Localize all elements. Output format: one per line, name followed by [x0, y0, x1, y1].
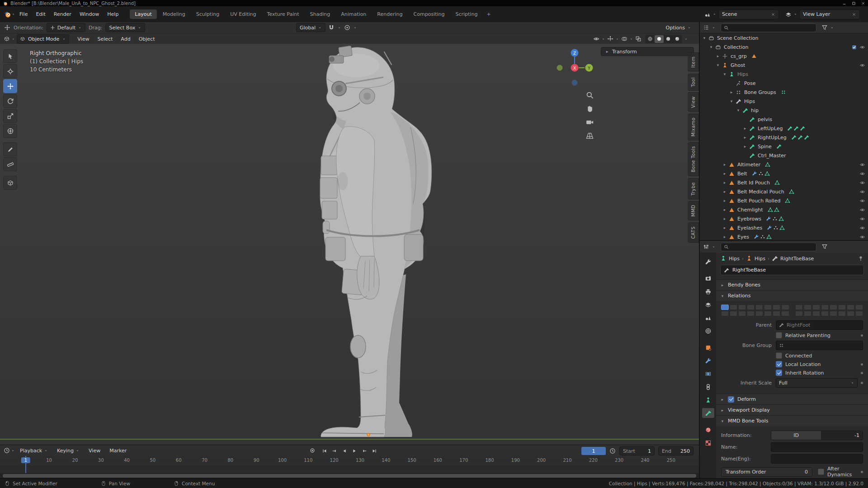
parent-field[interactable]: RightFoot	[776, 320, 863, 330]
tool-annotate[interactable]	[3, 142, 17, 156]
playback-menu[interactable]: Playback	[16, 448, 52, 454]
properties-tab-scene[interactable]	[702, 313, 714, 323]
expand-toggle[interactable]: ▸	[742, 135, 748, 140]
shading-rendered-button[interactable]	[673, 35, 682, 43]
properties-tab-object-data[interactable]	[702, 395, 714, 405]
row-visibility-controls[interactable]	[859, 234, 865, 240]
bone-layer-cell[interactable]	[747, 305, 755, 310]
workspace-tab[interactable]: UV Editing	[225, 9, 261, 19]
zoom-icon[interactable]	[585, 91, 594, 99]
view-menu[interactable]: View	[85, 448, 104, 454]
shading-material-button[interactable]	[664, 35, 673, 43]
breadcrumb-bone[interactable]: RightToeBase	[780, 256, 814, 262]
expand-toggle[interactable]: ▸	[715, 54, 721, 58]
gizmos-toggle-icon[interactable]	[607, 36, 613, 42]
outliner-row[interactable]: ▸ Belt Medical Pouch	[700, 187, 868, 196]
view-layer-selector[interactable]: View Layer	[799, 9, 860, 19]
expand-toggle[interactable]: ▸	[722, 225, 727, 230]
after-dynamics-checkbox[interactable]: After Dynamics	[818, 466, 863, 478]
section-relations[interactable]: ▾Relations	[716, 291, 868, 301]
properties-filter-icon[interactable]	[821, 244, 828, 250]
tool-measure[interactable]	[3, 157, 17, 171]
bone-layer-cell[interactable]	[804, 305, 811, 310]
bone-layer-cell[interactable]	[847, 305, 854, 310]
transform-panel-header[interactable]: ▸ Transform	[601, 47, 694, 56]
menu-item[interactable]: Window	[75, 11, 103, 17]
next-keyframe-button[interactable]	[360, 446, 369, 455]
expand-toggle[interactable]: ▾	[708, 45, 714, 49]
bone-layer-cell[interactable]	[773, 305, 780, 310]
start-frame-field[interactable]: Start1	[619, 446, 655, 455]
workspace-tab[interactable]: Layout	[130, 9, 156, 19]
pin-icon[interactable]	[858, 255, 864, 262]
viewport-menu-item[interactable]: Add	[117, 36, 134, 42]
outliner-row[interactable]: ▾ hip	[700, 106, 868, 115]
row-visibility-controls[interactable]	[851, 44, 865, 50]
sidebar-tab[interactable]: Item	[688, 52, 699, 72]
outliner-row[interactable]: ▸ cs_grp	[700, 52, 868, 61]
properties-tab-tool[interactable]	[702, 257, 714, 267]
playhead-frame-label[interactable]: 1	[21, 457, 30, 463]
outliner-row[interactable]: ▾ Scene Collection	[700, 33, 868, 42]
expand-toggle[interactable]: ▾	[729, 99, 734, 103]
browse-scene-icon[interactable]	[704, 11, 711, 18]
shading-wireframe-button[interactable]	[646, 35, 655, 43]
timeline-editor-icon[interactable]	[4, 447, 10, 454]
expand-toggle[interactable]: ▾	[722, 72, 727, 76]
outliner-row[interactable]: ▸ Eyebrows	[700, 214, 868, 223]
proportional-editing-icon[interactable]	[344, 24, 350, 31]
marker-menu[interactable]: Marker	[105, 448, 131, 454]
outliner-row[interactable]: ▸ Eyes	[700, 232, 868, 240]
close-button[interactable]	[861, 1, 865, 5]
bone-layer-cell[interactable]	[781, 311, 789, 316]
properties-search-input[interactable]	[721, 243, 816, 251]
properties-tab-render[interactable]	[702, 273, 714, 283]
bone-layer-cell[interactable]	[730, 311, 737, 316]
expand-toggle[interactable]: ▾	[702, 36, 707, 40]
bone-group-field[interactable]	[776, 341, 863, 350]
outliner-row[interactable]: ▸ Spine	[700, 142, 868, 151]
bone-layer-cell[interactable]	[721, 311, 729, 316]
tool-select-box[interactable]	[3, 49, 17, 63]
sidebar-tab[interactable]: Mixamo	[688, 113, 699, 141]
bone-layer-cell[interactable]	[755, 305, 763, 310]
tool-move[interactable]	[3, 79, 17, 93]
properties-tab-modifiers[interactable]	[702, 356, 714, 366]
outliner-row[interactable]: ▸ Bone Groups	[700, 88, 868, 97]
blender-menu-icon[interactable]	[4, 10, 11, 18]
bone-layer-cell[interactable]	[812, 311, 820, 316]
workspace-tab[interactable]: Modeling	[158, 9, 190, 19]
properties-tab-material[interactable]	[702, 425, 714, 435]
auto-key-record-icon[interactable]	[309, 447, 316, 454]
tool-transform[interactable]	[3, 124, 17, 138]
outliner-row[interactable]: Ctrl_Master	[700, 151, 868, 160]
pan-hand-icon[interactable]	[585, 104, 594, 113]
outliner-row[interactable]: ▾ Hips	[700, 70, 868, 79]
outliner-row[interactable]: ▾ Hips	[700, 97, 868, 106]
bone-layer-cell[interactable]	[821, 305, 829, 310]
outliner-row[interactable]: ▾ Ghost	[700, 61, 868, 70]
bone-layer-cell[interactable]	[730, 305, 737, 310]
row-visibility-controls[interactable]	[859, 62, 865, 68]
jump-to-end-button[interactable]	[370, 446, 379, 455]
expand-toggle[interactable]: ▸	[722, 235, 727, 239]
bone-layer-cell[interactable]	[738, 305, 746, 310]
xray-toggle-icon[interactable]	[635, 36, 642, 42]
outliner-row[interactable]: ▾ Collection	[700, 42, 868, 52]
bone-layers[interactable]	[721, 305, 863, 316]
bone-layer-cell[interactable]	[764, 305, 772, 310]
outliner-row[interactable]: pelvis	[700, 115, 868, 124]
sidebar-tab[interactable]: Bone Tools	[688, 142, 699, 176]
minimize-button[interactable]	[842, 1, 846, 5]
overlays-toggle-icon[interactable]	[621, 36, 627, 42]
maximize-button[interactable]	[852, 1, 856, 5]
outliner-row[interactable]: ▸ RightUpLeg	[700, 133, 868, 142]
sidebar-tab[interactable]: CATS	[688, 222, 699, 243]
local-location-checkbox[interactable]: Local Location	[776, 361, 863, 367]
row-visibility-controls[interactable]	[859, 207, 865, 213]
expand-toggle[interactable]: ▸	[742, 144, 748, 149]
section-viewport-display[interactable]: ▸Viewport Display	[716, 405, 868, 415]
outliner-row[interactable]: ▸ LeftUpLeg	[700, 124, 868, 133]
properties-tab-physics[interactable]	[702, 369, 714, 379]
menu-item[interactable]: File	[15, 11, 32, 17]
